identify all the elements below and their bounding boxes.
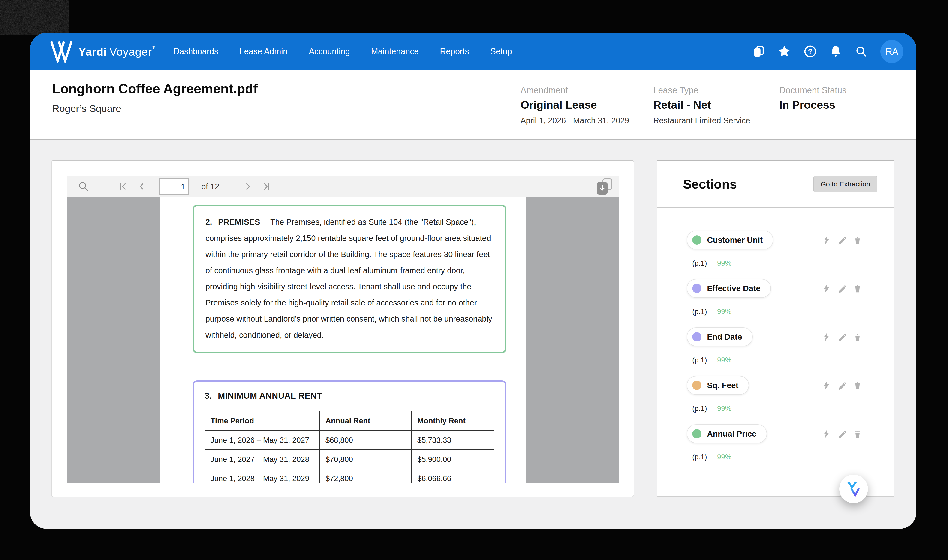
nav-item-reports[interactable]: Reports: [440, 47, 469, 56]
last-page-button[interactable]: [262, 182, 271, 191]
meta-label: Lease Type: [653, 85, 750, 95]
first-page-button[interactable]: [119, 182, 128, 191]
meta-value: Original Lease: [520, 98, 629, 111]
previous-page-button[interactable]: [137, 182, 146, 191]
section-color-dot: [692, 332, 702, 342]
auto-extract-lightning-icon[interactable]: [822, 429, 831, 438]
section-pill[interactable]: Sq. Feet: [687, 376, 749, 395]
edit-pencil-icon[interactable]: [838, 332, 846, 342]
section-label: Customer Unit: [707, 235, 763, 245]
page-number-input[interactable]: [159, 178, 189, 194]
premises-paragraph: 2.PREMISESThe Premises, identified as Su…: [205, 214, 494, 343]
meta-label: Document Status: [779, 85, 846, 95]
nav-item-lease-admin[interactable]: Lease Admin: [240, 47, 288, 56]
edit-pencil-icon[interactable]: [838, 284, 846, 293]
page-count-label: of 12: [201, 182, 219, 191]
section-confidence: 99%: [717, 405, 731, 413]
meta-amendment: Amendment Original Lease April 1, 2026 -…: [520, 85, 629, 125]
section-item-customer-unit: Customer Unit (p.1) 99%: [657, 231, 894, 279]
voyager-vv-logo-icon: [846, 481, 861, 497]
section-color-dot: [692, 381, 702, 390]
help-icon[interactable]: ?: [804, 45, 817, 58]
pdf-search-icon[interactable]: [78, 181, 89, 192]
section-pill[interactable]: Customer Unit: [687, 231, 773, 249]
section-actions: [822, 235, 862, 245]
meta-subvalue: April 1, 2026 - March 31, 2029: [520, 116, 629, 125]
clause-title: MINIMUM ANNUAL RENT: [218, 391, 322, 400]
page-navigation: of 12: [119, 178, 271, 194]
section-pill[interactable]: End Date: [687, 328, 753, 346]
meta-label: Amendment: [520, 85, 629, 95]
user-avatar[interactable]: RA: [880, 40, 903, 63]
auto-extract-lightning-icon[interactable]: [822, 284, 831, 293]
section-pill[interactable]: Effective Date: [687, 279, 771, 298]
delete-trash-icon[interactable]: [853, 429, 862, 438]
auto-extract-lightning-icon[interactable]: [822, 332, 831, 342]
section-item-sq-feet: Sq. Feet (p.1) 99%: [657, 376, 894, 424]
rent-highlight-box[interactable]: 3.MINIMUM ANNUAL RENT Time Period Annual…: [192, 380, 506, 483]
delete-trash-icon[interactable]: [853, 235, 862, 245]
delete-trash-icon[interactable]: [853, 381, 862, 390]
section-label: Annual Price: [707, 429, 756, 438]
premises-highlight-box[interactable]: 2.PREMISESThe Premises, identified as Su…: [192, 205, 506, 353]
section-actions: [822, 429, 862, 438]
clause-number: 2.: [205, 218, 212, 226]
pdf-viewport: 2.PREMISESThe Premises, identified as Su…: [67, 197, 619, 483]
section-pill[interactable]: Annual Price: [687, 424, 767, 443]
copy-documents-icon[interactable]: [753, 45, 765, 58]
svg-text:?: ?: [808, 47, 813, 55]
edit-pencil-icon[interactable]: [838, 381, 846, 390]
background-noise-texture: [0, 0, 69, 35]
next-page-button[interactable]: [243, 182, 252, 191]
section-label: End Date: [707, 332, 742, 342]
auto-extract-lightning-icon[interactable]: [822, 381, 831, 390]
table-cell: June 1, 2026 – May 31, 2027: [205, 431, 320, 450]
section-meta: (p.1) 99%: [692, 259, 731, 268]
table-cell: $5,733.33: [412, 431, 494, 450]
yardi-voyager-logo[interactable]: YardiVoyager®: [49, 40, 155, 63]
table-header-cell: Monthly Rent: [412, 411, 494, 431]
meta-value: In Process: [779, 98, 846, 111]
edit-pencil-icon[interactable]: [838, 429, 846, 438]
table-cell: June 1, 2027 – May 31, 2028: [205, 450, 320, 469]
rent-heading: 3.MINIMUM ANNUAL RENT: [205, 391, 494, 401]
nav-item-setup[interactable]: Setup: [490, 47, 512, 56]
rent-table: Time Period Annual Rent Monthly Rent Jun…: [205, 411, 494, 483]
pdf-toolbar: of 12: [67, 175, 619, 197]
main-menu: Dashboards Lease Admin Accounting Mainte…: [173, 47, 512, 56]
document-header: Longhorn Coffee Agreement.pdf Roger’s Sq…: [30, 70, 916, 140]
notifications-bell-icon[interactable]: [830, 45, 842, 58]
table-header-cell: Time Period: [205, 411, 320, 431]
nav-item-accounting[interactable]: Accounting: [309, 47, 350, 56]
table-cell: $6,066.66: [412, 469, 494, 483]
meta-subvalue: Restaurant Limited Service: [653, 116, 750, 125]
section-page-ref: (p.1): [692, 259, 707, 268]
section-color-dot: [692, 284, 702, 293]
section-page-ref: (p.1): [692, 356, 707, 364]
go-to-extraction-button[interactable]: Go to Extraction: [813, 176, 877, 192]
section-confidence: 99%: [717, 259, 731, 268]
app-window: YardiVoyager® Dashboards Lease Admin Acc…: [30, 33, 916, 529]
table-cell: $5,900.00: [412, 450, 494, 469]
pdf-viewer-card: of 12: [51, 160, 634, 497]
favorites-star-icon[interactable]: [778, 45, 791, 58]
section-actions: [822, 381, 862, 390]
search-icon[interactable]: [855, 45, 868, 58]
download-front-sheet: [597, 182, 608, 194]
document-title: Longhorn Coffee Agreement.pdf: [52, 81, 258, 96]
auto-extract-lightning-icon[interactable]: [822, 235, 831, 245]
voyager-assistant-fab[interactable]: [839, 475, 868, 503]
brand-name: YardiVoyager®: [78, 45, 155, 58]
nav-item-dashboards[interactable]: Dashboards: [173, 47, 218, 56]
nav-item-maintenance[interactable]: Maintenance: [371, 47, 419, 56]
section-color-dot: [692, 235, 702, 245]
desktop-background: YardiVoyager® Dashboards Lease Admin Acc…: [0, 0, 948, 560]
delete-trash-icon[interactable]: [853, 284, 862, 293]
section-item-end-date: End Date (p.1) 99%: [657, 328, 894, 376]
delete-trash-icon[interactable]: [853, 332, 862, 342]
main-content: of 12: [30, 140, 916, 528]
table-row: June 1, 2027 – May 31, 2028 $70,800 $5,9…: [205, 450, 494, 469]
section-label: Effective Date: [707, 284, 760, 293]
edit-pencil-icon[interactable]: [838, 235, 846, 245]
download-page-icon[interactable]: [597, 178, 612, 194]
